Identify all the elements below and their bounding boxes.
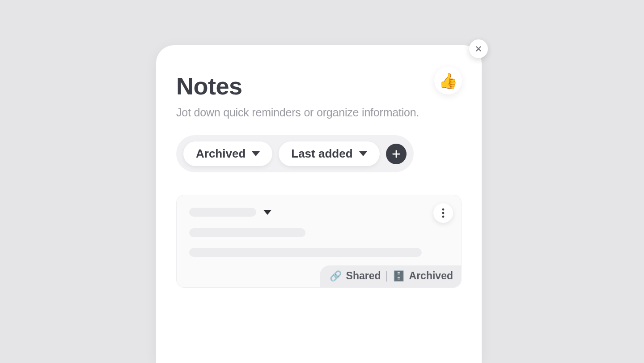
more-vertical-icon (442, 208, 445, 218)
chevron-down-icon (263, 210, 271, 215)
archive-icon: 🗄️ (393, 270, 405, 282)
plus-icon (391, 149, 401, 159)
notes-panel: 👍 Notes Jot down quick reminders or orga… (156, 45, 482, 363)
chevron-down-icon (252, 151, 260, 156)
filter-status-label: Archived (196, 147, 246, 161)
svg-point-1 (442, 212, 445, 214)
thumbs-up-icon: 👍 (439, 72, 458, 90)
archived-badge-label: Archived (409, 270, 453, 282)
note-card: 🔗 Shared | 🗄️ Archived (176, 195, 462, 288)
filter-status-dropdown[interactable]: Archived (183, 141, 272, 166)
note-more-button[interactable] (433, 203, 453, 223)
shared-badge-label: Shared (346, 270, 381, 282)
filter-sort-dropdown[interactable]: Last added (279, 141, 379, 166)
close-button[interactable] (469, 39, 488, 58)
reaction-button[interactable]: 👍 (434, 67, 462, 94)
note-line-placeholder (189, 248, 422, 257)
svg-point-0 (442, 209, 445, 211)
filter-sort-label: Last added (291, 147, 352, 161)
badge-separator: | (386, 270, 388, 282)
chevron-down-icon (359, 151, 367, 156)
note-badges: 🔗 Shared | 🗄️ Archived (320, 265, 461, 287)
note-line-placeholder (189, 228, 305, 237)
page-subtitle: Jot down quick reminders or organize inf… (176, 106, 462, 119)
svg-point-2 (442, 216, 445, 218)
close-icon (475, 45, 483, 53)
page-title: Notes (176, 72, 462, 100)
link-icon: 🔗 (330, 270, 342, 282)
note-title-placeholder (189, 208, 256, 217)
add-note-button[interactable] (386, 144, 407, 164)
filter-bar: Archived Last added (176, 135, 414, 172)
